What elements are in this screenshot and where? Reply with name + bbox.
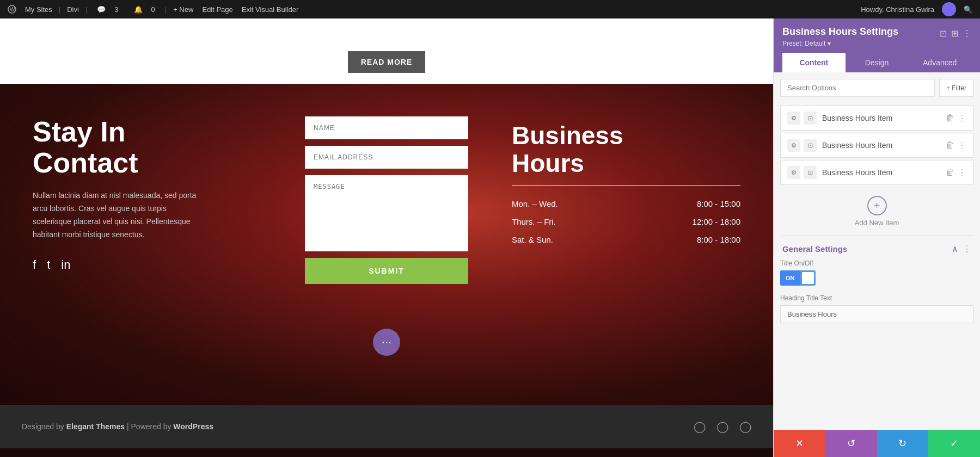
history-button[interactable]: ↻: [877, 430, 929, 457]
reset-button[interactable]: ↺: [825, 430, 877, 457]
general-settings-icons: ∧ ⋮: [952, 244, 971, 254]
item-2-settings-icon[interactable]: ⚙: [787, 139, 800, 152]
day-1: Mon. – Wed.: [512, 199, 558, 208]
time-2: 12:00 - 18:00: [693, 217, 740, 226]
list-item: ⚙ ⊡ Business Hours Item 🗑 ⋮: [780, 133, 973, 158]
general-settings-header: General Settings ∧ ⋮: [780, 236, 973, 260]
floating-menu-button[interactable]: ···: [373, 329, 400, 356]
item-3-copy-icon[interactable]: ⊡: [804, 166, 817, 179]
footer-twitter-icon[interactable]: ◯: [716, 420, 728, 433]
avatar: [942, 2, 956, 16]
panel-more-icon[interactable]: ⋮: [963, 28, 971, 39]
item-2-label: Business Hours Item: [822, 141, 940, 150]
footer-facebook-icon[interactable]: ◯: [694, 420, 706, 433]
item-3-more-icon[interactable]: ⋮: [958, 168, 966, 178]
item-2-more-icon[interactable]: ⋮: [958, 140, 966, 151]
read-more-button[interactable]: READ MORE: [348, 51, 426, 73]
filter-button[interactable]: + Filter: [939, 79, 973, 97]
item-3-delete-icon[interactable]: 🗑: [946, 168, 954, 178]
general-settings-collapse-icon[interactable]: ∧: [952, 244, 958, 254]
svg-text:W: W: [10, 7, 15, 13]
item-1-more-icon[interactable]: ⋮: [958, 113, 966, 123]
tab-content[interactable]: Content: [782, 53, 846, 72]
search-icon[interactable]: 🔍: [960, 5, 976, 14]
footer-social-icons: ◯ ◯ ◯: [694, 420, 751, 433]
top-nav-bar: W My Sites | Divi | 💬3 🔔0 | + New Edit P…: [0, 0, 980, 18]
general-settings-more-icon[interactable]: ⋮: [963, 244, 971, 254]
add-new-item-button[interactable]: + Add New Item: [780, 187, 973, 236]
contact-form: SUBMIT: [305, 116, 468, 284]
search-options-input[interactable]: [780, 79, 935, 97]
elegant-themes-link[interactable]: Elegant Themes: [66, 422, 125, 431]
item-1-copy-icon[interactable]: ⊡: [804, 112, 817, 125]
settings-panel: Business Hours Settings Preset: Default …: [773, 18, 980, 457]
day-2: Thurs. – Fri.: [512, 217, 556, 226]
tab-design[interactable]: Design: [846, 53, 909, 72]
time-3: 8:00 - 18:00: [697, 235, 740, 244]
heading-title-input[interactable]: [780, 305, 973, 323]
item-2-actions: 🗑 ⋮: [946, 140, 966, 151]
main-area: READ MORE Stay InContact Nullam lacinia …: [0, 18, 980, 457]
day-3: Sat. & Sun.: [512, 235, 553, 244]
site-footer: Designed by Elegant Themes | Powered by …: [0, 405, 773, 448]
panel-preset[interactable]: Preset: Default ▾: [782, 40, 898, 47]
contact-description: Nullam lacinia diam at nisl malesuada, s…: [33, 189, 207, 241]
hours-row-3: Sat. & Sun. 8:00 - 18:00: [512, 231, 740, 249]
comments-link[interactable]: 💬3: [90, 0, 125, 18]
footer-text: Designed by Elegant Themes | Powered by …: [22, 422, 213, 431]
email-input[interactable]: [305, 146, 468, 169]
my-sites-link[interactable]: My Sites: [22, 0, 56, 18]
title-toggle[interactable]: ON: [780, 270, 816, 286]
panel-footer: ✕ ↺ ↻ ✓: [774, 430, 980, 457]
panel-title: Business Hours Settings: [782, 26, 898, 38]
edit-page-link[interactable]: Edit Page: [199, 0, 236, 18]
general-settings-title: General Settings: [782, 244, 847, 254]
contact-title: Stay InContact: [33, 116, 261, 178]
message-input[interactable]: [305, 175, 468, 251]
divi-link[interactable]: Divi: [64, 0, 82, 18]
add-new-label: Add New Item: [855, 219, 899, 227]
panel-tabs: Content Design Advanced: [782, 53, 971, 72]
item-3-icons: ⚙ ⊡: [787, 166, 817, 179]
user-greeting: Howdy, Christina Gwira: [857, 5, 938, 14]
contact-section: Stay InContact Nullam lacinia diam at ni…: [0, 84, 773, 405]
item-2-copy-icon[interactable]: ⊡: [804, 139, 817, 152]
toggle-handle: [802, 272, 814, 284]
time-1: 8:00 - 15:00: [697, 199, 740, 208]
toggle-row: ON: [780, 270, 973, 286]
tab-advanced[interactable]: Advanced: [908, 53, 971, 72]
panel-resize-icon[interactable]: ⊡: [940, 28, 947, 39]
business-hours-section: BusinessHours Mon. – Wed. 8:00 - 15:00 T…: [512, 116, 740, 284]
item-1-settings-icon[interactable]: ⚙: [787, 112, 800, 125]
panel-columns-icon[interactable]: ⊞: [951, 28, 958, 39]
facebook-icon[interactable]: f: [33, 258, 36, 272]
item-2-delete-icon[interactable]: 🗑: [946, 140, 954, 151]
item-2-icons: ⚙ ⊡: [787, 139, 817, 152]
item-3-settings-icon[interactable]: ⚙: [787, 166, 800, 179]
list-item: ⚙ ⊡ Business Hours Item 🗑 ⋮: [780, 160, 973, 185]
contact-inner: Stay InContact Nullam lacinia diam at ni…: [0, 84, 773, 306]
item-1-icons: ⚙ ⊡: [787, 112, 817, 125]
submit-button[interactable]: SUBMIT: [305, 258, 468, 284]
new-link[interactable]: + New: [170, 0, 197, 18]
item-1-delete-icon[interactable]: 🗑: [946, 113, 954, 123]
item-3-actions: 🗑 ⋮: [946, 168, 966, 178]
wordpress-link[interactable]: WordPress: [173, 422, 213, 431]
alerts-link[interactable]: 🔔0: [127, 0, 162, 18]
page-content: READ MORE Stay InContact Nullam lacinia …: [0, 18, 773, 457]
social-icons: f t in: [33, 258, 261, 272]
contact-left: Stay InContact Nullam lacinia diam at ni…: [33, 116, 261, 284]
item-1-actions: 🗑 ⋮: [946, 113, 966, 123]
add-circle-icon[interactable]: +: [867, 196, 887, 215]
linkedin-icon[interactable]: in: [61, 258, 70, 272]
heading-title-setting: Heading Title Text: [780, 294, 973, 323]
title-on-off-label: Title On/Off: [780, 260, 973, 267]
wp-logo[interactable]: W: [4, 0, 20, 18]
name-input[interactable]: [305, 116, 468, 139]
twitter-icon[interactable]: t: [47, 258, 50, 272]
footer-instagram-icon[interactable]: ◯: [739, 420, 751, 433]
save-button[interactable]: ✓: [928, 430, 980, 457]
item-3-label: Business Hours Item: [822, 168, 940, 177]
exit-builder-link[interactable]: Exit Visual Builder: [238, 0, 302, 18]
cancel-button[interactable]: ✕: [774, 430, 825, 457]
